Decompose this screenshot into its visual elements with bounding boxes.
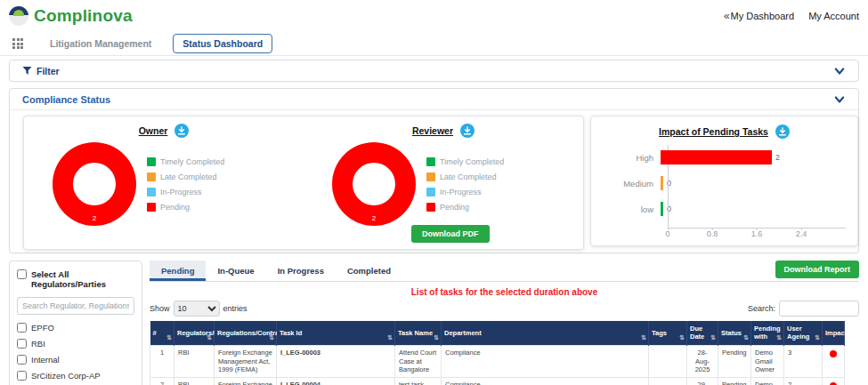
- cell-regulations: Foreign Exchange Management Act, 1999 (F…: [215, 345, 277, 377]
- app-tab-bar: Litigation Management Status Dashboard: [0, 32, 868, 56]
- x-tick: 1.6: [751, 229, 763, 238]
- legend-item: Pending: [426, 201, 504, 213]
- compliance-status-header[interactable]: Compliance Status: [10, 89, 858, 110]
- col-pending-with[interactable]: Pending with⇅: [751, 321, 784, 345]
- impact-download-icon[interactable]: [775, 124, 790, 139]
- sort-icon: ⇅: [776, 334, 782, 342]
- internal-checkbox[interactable]: [17, 355, 27, 365]
- bar-medium: [661, 176, 663, 190]
- legend-swatch-late: [426, 172, 435, 181]
- bottom-section: Select All Regulators/Parties EPFO RBI I…: [9, 261, 859, 385]
- col-department[interactable]: Department⇅: [442, 321, 649, 345]
- my-dashboard-link[interactable]: « My Dashboard: [724, 10, 794, 22]
- bar-label-low: low: [591, 205, 661, 214]
- cell-status: Pending: [718, 345, 751, 377]
- table-row: 1 RBI Foreign Exchange Management Act, 1…: [150, 345, 845, 377]
- regulator-list: EPFO RBI Internal SrCitizen Corp-AP: [17, 323, 134, 381]
- legend-item: Late Completed: [147, 171, 224, 182]
- compliance-chevron-down-icon[interactable]: [833, 95, 846, 104]
- page-size-select[interactable]: 10: [174, 301, 220, 317]
- col-num[interactable]: #⇅: [150, 321, 174, 345]
- sort-icon: ⇅: [679, 334, 685, 342]
- reviewer-download-icon[interactable]: [460, 124, 475, 138]
- legend-label: In-Progress: [160, 188, 202, 197]
- top-nav: « My Dashboard My Account: [724, 10, 859, 22]
- owner-legend: Timely Completed Late Completed In-Progr…: [147, 152, 224, 216]
- table-search-input[interactable]: [779, 301, 859, 317]
- regulators-sidebar: Select All Regulators/Parties EPFO RBI I…: [9, 261, 142, 385]
- tab-pending[interactable]: Pending: [150, 261, 206, 281]
- sort-icon: ⇅: [387, 334, 393, 342]
- bar-low: [661, 202, 663, 216]
- regulator-search-input[interactable]: [17, 297, 134, 315]
- cell-department: Compliance: [442, 345, 649, 377]
- regulator-option-rbi: RBI: [17, 339, 134, 349]
- select-all-row: Select All Regulators/Parties: [17, 269, 134, 289]
- cell-num: 2: [150, 378, 174, 385]
- collapse-left-icon: «: [724, 10, 730, 22]
- bar-row-medium: Medium 0: [591, 176, 857, 190]
- bar-label-medium: Medium: [591, 179, 661, 188]
- col-regulators[interactable]: Regulators/Parties⇅: [174, 321, 215, 345]
- col-impact[interactable]: Impact: [823, 321, 845, 345]
- col-due-date[interactable]: Due Date⇅: [687, 321, 718, 345]
- legend-swatch-timely: [426, 157, 435, 166]
- download-report-button[interactable]: Download Report: [775, 261, 860, 278]
- tab-in-queue[interactable]: In-Queue: [206, 261, 265, 281]
- epfo-checkbox[interactable]: [17, 323, 27, 333]
- search-label: Search:: [748, 304, 775, 313]
- compliance-status-title: Compliance Status: [22, 94, 110, 105]
- cell-user-ageing: 3: [784, 345, 823, 377]
- duration-notice: List of tasks for the selected duration …: [150, 287, 859, 297]
- col-regulations[interactable]: Regulations/Contracts⇅: [215, 321, 277, 345]
- owner-download-icon[interactable]: [174, 124, 189, 138]
- task-status-tabs: Pending In-Queue In Progress Completed: [150, 261, 859, 282]
- brand-name: Complinova: [34, 6, 133, 26]
- col-status[interactable]: Status⇅: [718, 321, 751, 345]
- tab-litigation-management[interactable]: Litigation Management: [41, 35, 160, 52]
- sort-icon: ⇅: [434, 334, 439, 342]
- cell-pending-with: Demo Gmail Owner: [751, 378, 784, 385]
- cell-due-date: 29-Aug-2025: [687, 378, 718, 385]
- cell-status: Pending: [718, 378, 751, 385]
- tab-completed[interactable]: Completed: [336, 261, 402, 281]
- select-all-checkbox[interactable]: [17, 269, 27, 279]
- owner-chart-title: Owner: [139, 125, 168, 136]
- complinova-logo-icon: [9, 6, 28, 26]
- page: Complinova « My Dashboard My Account Lit…: [0, 0, 868, 385]
- x-tick: 0: [665, 229, 669, 238]
- brand[interactable]: Complinova: [9, 6, 133, 26]
- tab-in-progress[interactable]: In Progress: [266, 261, 336, 281]
- cell-due-date: 28-Aug-2025: [687, 345, 718, 377]
- filter-chevron-down-icon[interactable]: [833, 67, 846, 76]
- legend-label: Pending: [160, 203, 190, 212]
- legend-item: Late Completed: [426, 171, 504, 182]
- cell-regulators: RBI: [174, 378, 215, 385]
- col-tags[interactable]: Tags⇅: [649, 321, 687, 345]
- download-pdf-button[interactable]: Download PDF: [411, 225, 490, 243]
- legend-label: Pending: [440, 203, 469, 212]
- srcitizen-checkbox[interactable]: [17, 371, 27, 381]
- col-user-ageing[interactable]: User Ageing⇅: [784, 321, 823, 345]
- show-label: Show: [150, 304, 170, 313]
- legend-swatch-pending: [426, 203, 435, 212]
- rbi-checkbox[interactable]: [17, 339, 27, 349]
- cell-regulations: Foreign Exchange Management Act, 1999 (F…: [215, 378, 277, 385]
- my-account-label: My Account: [808, 11, 859, 21]
- tab-status-dashboard[interactable]: Status Dashboard: [173, 34, 272, 53]
- entries-label: entries: [223, 304, 247, 313]
- cell-tags: [649, 378, 687, 385]
- regulator-option-internal: Internal: [17, 355, 134, 365]
- owner-donut-value: 2: [53, 214, 136, 222]
- legend-item: In-Progress: [147, 186, 224, 197]
- apps-grid-icon[interactable]: [12, 38, 23, 49]
- my-account-link[interactable]: My Account: [808, 11, 859, 21]
- bar-row-low: low 0: [591, 202, 857, 216]
- cell-pending-with: Demo Gmail Owner: [751, 345, 784, 377]
- filter-panel-header[interactable]: Filter: [10, 60, 858, 81]
- donut-charts-card: Owner 2 Timely Completed: [23, 116, 584, 250]
- col-task-name[interactable]: Task Name⇅: [395, 321, 442, 345]
- cell-task-id: I_LEG-00004: [277, 378, 395, 385]
- legend-swatch-pending: [147, 203, 156, 212]
- col-task-id[interactable]: Task Id⇅: [277, 321, 395, 345]
